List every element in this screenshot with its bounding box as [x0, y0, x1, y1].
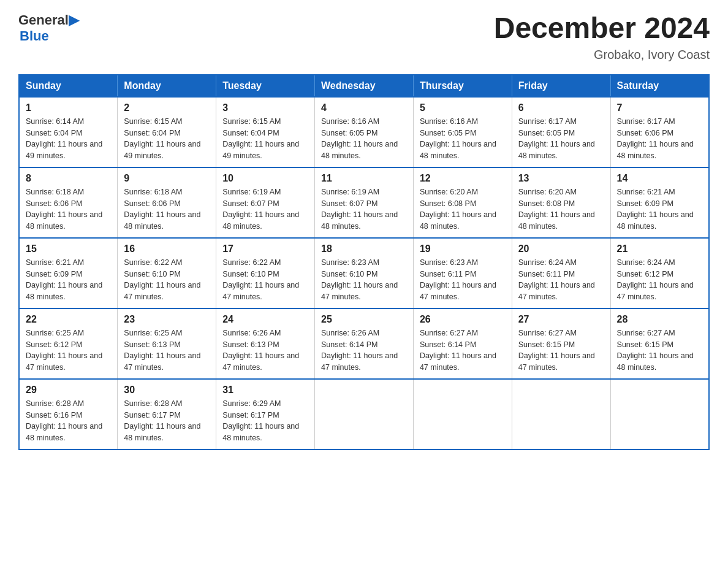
- day-info: Sunrise: 6:28 AMSunset: 6:16 PMDaylight:…: [26, 398, 111, 444]
- calendar-cell: 22Sunrise: 6:25 AMSunset: 6:12 PMDayligh…: [19, 308, 118, 379]
- day-info: Sunrise: 6:17 AMSunset: 6:06 PMDaylight:…: [617, 116, 702, 162]
- day-info: Sunrise: 6:16 AMSunset: 6:05 PMDaylight:…: [420, 116, 506, 162]
- day-info: Sunrise: 6:27 AMSunset: 6:15 PMDaylight:…: [518, 327, 604, 373]
- day-info: Sunrise: 6:25 AMSunset: 6:12 PMDaylight:…: [26, 327, 111, 373]
- calendar-cell: 6Sunrise: 6:17 AMSunset: 6:05 PMDaylight…: [512, 97, 610, 167]
- day-number: 4: [321, 102, 407, 113]
- day-header-friday: Friday: [512, 75, 610, 97]
- calendar-cell: [315, 379, 414, 450]
- day-number: 7: [617, 102, 702, 113]
- day-info: Sunrise: 6:24 AMSunset: 6:12 PMDaylight:…: [617, 257, 702, 303]
- day-number: 1: [26, 102, 111, 113]
- day-info: Sunrise: 6:24 AMSunset: 6:11 PMDaylight:…: [518, 257, 604, 303]
- day-info: Sunrise: 6:22 AMSunset: 6:10 PMDaylight:…: [222, 257, 308, 303]
- calendar-cell: 13Sunrise: 6:20 AMSunset: 6:08 PMDayligh…: [512, 167, 610, 238]
- day-info: Sunrise: 6:27 AMSunset: 6:15 PMDaylight:…: [617, 327, 702, 373]
- day-info: Sunrise: 6:27 AMSunset: 6:14 PMDaylight:…: [420, 327, 506, 373]
- day-info: Sunrise: 6:21 AMSunset: 6:09 PMDaylight:…: [617, 186, 702, 232]
- day-number: 9: [124, 173, 210, 184]
- day-info: Sunrise: 6:23 AMSunset: 6:11 PMDaylight:…: [420, 257, 506, 303]
- day-number: 29: [26, 385, 111, 396]
- day-number: 10: [222, 173, 308, 184]
- calendar-cell: 28Sunrise: 6:27 AMSunset: 6:15 PMDayligh…: [610, 308, 709, 379]
- day-info: Sunrise: 6:25 AMSunset: 6:13 PMDaylight:…: [124, 327, 210, 373]
- day-info: Sunrise: 6:15 AMSunset: 6:04 PMDaylight:…: [222, 116, 308, 162]
- calendar-cell: 8Sunrise: 6:18 AMSunset: 6:06 PMDaylight…: [19, 167, 118, 238]
- day-info: Sunrise: 6:23 AMSunset: 6:10 PMDaylight:…: [321, 257, 407, 303]
- day-number: 21: [617, 243, 702, 255]
- day-info: Sunrise: 6:16 AMSunset: 6:05 PMDaylight:…: [321, 116, 407, 162]
- day-info: Sunrise: 6:26 AMSunset: 6:14 PMDaylight:…: [321, 327, 407, 373]
- day-header-monday: Monday: [118, 75, 216, 97]
- day-info: Sunrise: 6:17 AMSunset: 6:05 PMDaylight:…: [518, 116, 604, 162]
- calendar-cell: 29Sunrise: 6:28 AMSunset: 6:16 PMDayligh…: [19, 379, 118, 450]
- day-info: Sunrise: 6:15 AMSunset: 6:04 PMDaylight:…: [124, 116, 210, 162]
- week-row-2: 8Sunrise: 6:18 AMSunset: 6:06 PMDaylight…: [19, 167, 709, 238]
- day-headers-row: SundayMondayTuesdayWednesdayThursdayFrid…: [19, 75, 709, 97]
- calendar-cell: 31Sunrise: 6:29 AMSunset: 6:17 PMDayligh…: [216, 379, 315, 450]
- calendar-cell: 15Sunrise: 6:21 AMSunset: 6:09 PMDayligh…: [19, 238, 118, 308]
- calendar-cell: 10Sunrise: 6:19 AMSunset: 6:07 PMDayligh…: [216, 167, 315, 238]
- day-number: 31: [222, 385, 308, 396]
- day-info: Sunrise: 6:14 AMSunset: 6:04 PMDaylight:…: [26, 116, 111, 162]
- calendar-cell: 7Sunrise: 6:17 AMSunset: 6:06 PMDaylight…: [610, 97, 709, 167]
- day-number: 22: [26, 314, 111, 325]
- calendar-cell: 24Sunrise: 6:26 AMSunset: 6:13 PMDayligh…: [216, 308, 315, 379]
- day-header-saturday: Saturday: [610, 75, 709, 97]
- day-number: 20: [518, 243, 604, 255]
- calendar-cell: 4Sunrise: 6:16 AMSunset: 6:05 PMDaylight…: [315, 97, 414, 167]
- logo-blue-text: Blue: [20, 28, 49, 44]
- day-number: 2: [124, 102, 210, 113]
- page-header: General▶ Blue December 2024 Grobako, Ivo…: [18, 12, 710, 62]
- day-number: 6: [518, 102, 604, 113]
- calendar-cell: [512, 379, 610, 450]
- day-info: Sunrise: 6:18 AMSunset: 6:06 PMDaylight:…: [26, 186, 111, 232]
- day-number: 28: [617, 314, 702, 325]
- day-header-sunday: Sunday: [19, 75, 118, 97]
- calendar-cell: [610, 379, 709, 450]
- day-header-tuesday: Tuesday: [216, 75, 315, 97]
- calendar-cell: 11Sunrise: 6:19 AMSunset: 6:07 PMDayligh…: [315, 167, 414, 238]
- day-info: Sunrise: 6:26 AMSunset: 6:13 PMDaylight:…: [222, 327, 308, 373]
- calendar-cell: 27Sunrise: 6:27 AMSunset: 6:15 PMDayligh…: [512, 308, 610, 379]
- day-number: 14: [617, 173, 702, 184]
- calendar-cell: 20Sunrise: 6:24 AMSunset: 6:11 PMDayligh…: [512, 238, 610, 308]
- calendar-cell: 1Sunrise: 6:14 AMSunset: 6:04 PMDaylight…: [19, 97, 118, 167]
- location-subtitle: Grobako, Ivory Coast: [494, 48, 710, 62]
- day-number: 24: [222, 314, 308, 325]
- calendar-cell: 21Sunrise: 6:24 AMSunset: 6:12 PMDayligh…: [610, 238, 709, 308]
- calendar-cell: [413, 379, 512, 450]
- calendar-cell: 25Sunrise: 6:26 AMSunset: 6:14 PMDayligh…: [315, 308, 414, 379]
- day-number: 25: [321, 314, 407, 325]
- calendar-cell: 17Sunrise: 6:22 AMSunset: 6:10 PMDayligh…: [216, 238, 315, 308]
- day-info: Sunrise: 6:22 AMSunset: 6:10 PMDaylight:…: [124, 257, 210, 303]
- day-header-wednesday: Wednesday: [315, 75, 414, 97]
- calendar-cell: 26Sunrise: 6:27 AMSunset: 6:14 PMDayligh…: [413, 308, 512, 379]
- day-info: Sunrise: 6:18 AMSunset: 6:06 PMDaylight:…: [124, 186, 210, 232]
- day-number: 27: [518, 314, 604, 325]
- day-header-thursday: Thursday: [413, 75, 512, 97]
- logo-arrow-icon: ▶: [69, 12, 79, 28]
- day-info: Sunrise: 6:19 AMSunset: 6:07 PMDaylight:…: [321, 186, 407, 232]
- week-row-3: 15Sunrise: 6:21 AMSunset: 6:09 PMDayligh…: [19, 238, 709, 308]
- calendar-cell: 5Sunrise: 6:16 AMSunset: 6:05 PMDaylight…: [413, 97, 512, 167]
- day-number: 8: [26, 173, 111, 184]
- day-number: 30: [124, 385, 210, 396]
- calendar-cell: 9Sunrise: 6:18 AMSunset: 6:06 PMDaylight…: [118, 167, 216, 238]
- calendar-cell: 2Sunrise: 6:15 AMSunset: 6:04 PMDaylight…: [118, 97, 216, 167]
- day-info: Sunrise: 6:28 AMSunset: 6:17 PMDaylight:…: [124, 398, 210, 444]
- day-info: Sunrise: 6:29 AMSunset: 6:17 PMDaylight:…: [222, 398, 308, 444]
- page-title: December 2024: [494, 12, 710, 45]
- logo: General▶ Blue: [18, 12, 79, 44]
- calendar-cell: 14Sunrise: 6:21 AMSunset: 6:09 PMDayligh…: [610, 167, 709, 238]
- calendar-cell: 16Sunrise: 6:22 AMSunset: 6:10 PMDayligh…: [118, 238, 216, 308]
- day-number: 18: [321, 243, 407, 255]
- day-number: 13: [518, 173, 604, 184]
- week-row-5: 29Sunrise: 6:28 AMSunset: 6:16 PMDayligh…: [19, 379, 709, 450]
- day-number: 5: [420, 102, 506, 113]
- day-info: Sunrise: 6:20 AMSunset: 6:08 PMDaylight:…: [518, 186, 604, 232]
- day-number: 3: [222, 102, 308, 113]
- calendar-header: SundayMondayTuesdayWednesdayThursdayFrid…: [19, 75, 709, 97]
- calendar-cell: 12Sunrise: 6:20 AMSunset: 6:08 PMDayligh…: [413, 167, 512, 238]
- calendar-cell: 19Sunrise: 6:23 AMSunset: 6:11 PMDayligh…: [413, 238, 512, 308]
